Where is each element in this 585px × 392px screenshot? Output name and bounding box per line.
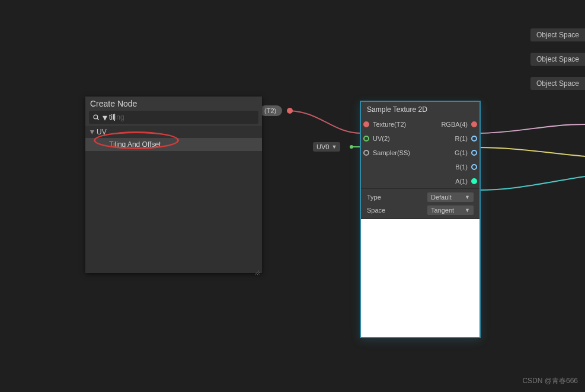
port-label: B(1) (455, 163, 468, 171)
port-socket-icon[interactable] (363, 136, 369, 142)
port-label: G(1) (455, 149, 468, 156)
space-pill-label: Object Space (536, 31, 579, 39)
chevron-down-icon: ▼ (465, 207, 470, 213)
port-socket-icon[interactable] (471, 150, 477, 156)
port-label: R(1) (455, 135, 468, 142)
space-pill[interactable]: Object Space (530, 53, 585, 66)
annotation-circle (94, 131, 179, 149)
uv-channel-dropdown[interactable]: UV0 ▼ (313, 142, 340, 152)
output-port-rgba[interactable]: RGBA(4) (429, 117, 479, 131)
graph-canvas[interactable]: Object Space Object Space Object Space (… (0, 0, 585, 392)
node-settings: Type Default ▼ Space Tangent ▼ (361, 188, 479, 219)
chevron-down-icon[interactable]: ▾ (101, 112, 109, 123)
watermark: CSDN @青春666 (522, 376, 578, 386)
create-node-list-body[interactable] (85, 151, 262, 273)
port-socket-icon[interactable] (471, 136, 477, 142)
uv-dropdown-label: UV0 (317, 143, 329, 150)
port-socket-icon[interactable] (471, 164, 477, 170)
create-node-panel[interactable]: Create Node ▾ tiling ▶ UV Tiling And Off… (85, 97, 262, 273)
space-dropdown[interactable]: Tangent ▼ (427, 205, 474, 215)
chevron-down-icon: ▼ (331, 144, 337, 150)
dropdown-value: Tangent (431, 207, 454, 214)
resize-grip-icon[interactable] (254, 267, 261, 272)
space-pill[interactable]: Object Space (530, 28, 585, 41)
port-label: A(1) (455, 178, 468, 185)
output-port-a[interactable]: A(1) (429, 174, 479, 188)
output-port-r[interactable]: R(1) (429, 131, 479, 146)
search-ghost-text: ing (115, 113, 124, 121)
output-port-b[interactable]: B(1) (429, 160, 479, 174)
svg-point-0 (350, 145, 353, 149)
svg-line-2 (97, 118, 98, 120)
node-body: Texture(T2) UV(2) Sampler(SS) RGBA(4) R(… (361, 117, 479, 188)
node-title[interactable]: Sample Texture 2D (361, 102, 479, 117)
port-socket-icon[interactable] (363, 150, 369, 156)
search-input[interactable]: tiling (109, 113, 256, 121)
port-socket-icon[interactable] (471, 121, 477, 127)
output-port-g[interactable]: G(1) (429, 146, 479, 160)
hidden-output-port[interactable]: (T2) (260, 105, 282, 116)
svg-line-5 (260, 274, 260, 275)
port-label: RGBA(4) (441, 121, 468, 128)
input-port-uv[interactable]: UV(2) (361, 131, 429, 146)
setting-label: Type (367, 194, 381, 201)
dropdown-value: Default (431, 194, 452, 201)
input-port-sampler[interactable]: Sampler(SS) (361, 146, 429, 160)
node-preview[interactable] (361, 219, 479, 337)
port-label: (T2) (264, 107, 276, 114)
search-row: ▾ tiling (89, 111, 258, 124)
port-label: Sampler(SS) (373, 149, 410, 156)
node-inputs: Texture(T2) UV(2) Sampler(SS) (361, 117, 429, 188)
space-pill-label: Object Space (536, 79, 579, 88)
node-outputs: RGBA(4) R(1) G(1) B(1) A(1) (429, 117, 479, 188)
space-pill[interactable]: Object Space (530, 77, 585, 90)
search-icon (91, 114, 101, 121)
port-socket-icon[interactable] (363, 121, 369, 127)
triangle-down-icon: ▶ (89, 130, 95, 134)
svg-point-1 (94, 115, 98, 119)
input-port-texture[interactable]: Texture(T2) (361, 117, 429, 131)
setting-label: Space (367, 207, 385, 214)
port-socket-icon (287, 108, 293, 114)
search-typed-text: til (109, 113, 114, 121)
chevron-down-icon: ▼ (465, 194, 470, 200)
port-label: UV(2) (373, 135, 390, 142)
setting-row-space: Space Tangent ▼ (367, 205, 474, 215)
create-node-title: Create Node (85, 97, 262, 111)
port-socket-icon[interactable] (471, 178, 477, 184)
setting-row-type: Type Default ▼ (367, 192, 474, 202)
space-pill-label: Object Space (536, 55, 579, 63)
port-label: Texture(T2) (373, 121, 406, 128)
type-dropdown[interactable]: Default ▼ (427, 192, 474, 202)
sample-texture-2d-node[interactable]: Sample Texture 2D Texture(T2) UV(2) Samp… (360, 101, 481, 338)
